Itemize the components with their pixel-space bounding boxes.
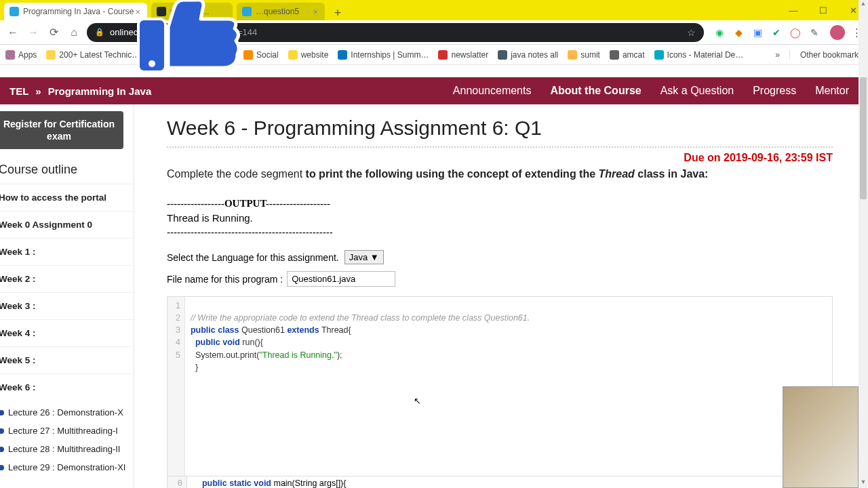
bookmark-item[interactable]: amcat xyxy=(610,50,645,60)
bookmark-item[interactable]: Internships | Summ… xyxy=(338,50,429,60)
nav-ask[interactable]: Ask a Question xyxy=(651,85,744,97)
page-title: Week 6 - Programming Assignment 6: Q1 xyxy=(167,117,833,140)
scroll-down-icon[interactable]: ▼ xyxy=(859,479,868,488)
profile-avatar[interactable] xyxy=(830,25,845,40)
sidebar-link-week3[interactable]: Week 3 : xyxy=(0,292,134,319)
close-tab-icon[interactable]: × xyxy=(311,7,319,17)
breadcrumb-sep: » xyxy=(35,85,41,97)
address-bar[interactable]: 🔒 onlinecours gassignment?name=144 ☆ xyxy=(87,23,704,42)
bullet-icon xyxy=(0,447,4,452)
sidebar-link-week0[interactable]: Week 0 Assignment 0 xyxy=(0,211,134,238)
nav-mentor[interactable]: Mentor xyxy=(806,85,859,97)
reload-button[interactable]: ⟳ xyxy=(46,25,61,40)
nav-progress[interactable]: Progress xyxy=(743,85,806,97)
language-label: Select the Language for this assignment. xyxy=(167,252,339,263)
nav-about[interactable]: About the Course xyxy=(540,85,650,97)
bookmark-star-icon[interactable]: ☆ xyxy=(687,27,696,38)
bookmark-item[interactable]: website xyxy=(288,50,329,60)
ext-icon[interactable]: ◉ xyxy=(713,26,726,39)
bookmark-item[interactable]: java notes all xyxy=(498,50,558,60)
sidebar-link-portal[interactable]: How to access the portal xyxy=(0,184,134,211)
back-button[interactable]: ← xyxy=(5,25,20,40)
bookmark-item[interactable]: 200+ Latest Technic… xyxy=(46,50,140,60)
filename-label: File name for this program : xyxy=(167,274,283,285)
lecture-link[interactable]: Lecture 29 : Demonstration-XI xyxy=(0,458,134,476)
bookmark-icon xyxy=(654,50,664,60)
new-tab-button[interactable]: + xyxy=(329,5,347,20)
lecture-link[interactable]: Lecture 27 : Multithreading-I xyxy=(0,422,134,440)
bookmark-item[interactable]: newslatter xyxy=(438,50,488,60)
course-name: Programming In Java xyxy=(48,85,152,97)
tab-favicon xyxy=(157,7,166,16)
bookmarks-overflow-icon[interactable]: » xyxy=(775,50,780,60)
sidebar-link-week4[interactable]: Week 4 : xyxy=(0,319,134,346)
lecture-link[interactable]: Lecture 26 : Demonstration-X xyxy=(0,403,134,422)
scroll-up-icon[interactable]: ▲ xyxy=(859,0,868,9)
apps-icon xyxy=(5,50,15,60)
site-logo-strip xyxy=(0,65,868,77)
breadcrumb: TEL » Programming In Java xyxy=(9,85,151,97)
line-gutter: 1 2 3 4 5 xyxy=(167,297,185,488)
page-body: Register for Certification exam Course o… xyxy=(0,104,868,488)
output-header: -----------------OUTPUT-----------------… xyxy=(167,198,833,209)
window-controls: — ☐ ✕ xyxy=(778,0,868,20)
sidebar-link-week6[interactable]: Week 6 : xyxy=(0,373,134,401)
other-bookmarks[interactable]: Other bookmarks xyxy=(789,50,863,60)
bookmark-item[interactable]: Social xyxy=(243,50,279,60)
home-button[interactable]: ⌂ xyxy=(66,25,81,40)
minimize-button[interactable]: — xyxy=(778,0,808,20)
apps-shortcut[interactable]: Apps xyxy=(5,50,37,60)
register-exam-button[interactable]: Register for Certification exam xyxy=(0,111,123,149)
ext-icon[interactable]: ▣ xyxy=(751,26,764,39)
bookmark-item[interactable]: Google xyxy=(195,50,234,60)
bookmark-icon xyxy=(568,50,577,60)
ext-icon[interactable]: ✔ xyxy=(770,26,783,39)
scrollbar-thumb[interactable] xyxy=(860,77,867,199)
filename-input[interactable] xyxy=(287,271,395,287)
webcam-overlay xyxy=(783,386,859,488)
mouse-cursor-icon: ↖ xyxy=(414,396,420,405)
bullet-icon xyxy=(0,465,4,470)
bookmark-icon xyxy=(288,50,298,60)
forward-button[interactable]: → xyxy=(26,25,41,40)
ext-icon[interactable]: ✎ xyxy=(808,26,821,39)
sidebar-link-week5[interactable]: Week 5 : xyxy=(0,346,134,373)
lecture-link[interactable]: Lecture 28 : Multithreading-II xyxy=(0,440,134,458)
url-host: onlinecours xyxy=(110,27,155,37)
due-date: Due on 2019-09-16, 23:59 IST xyxy=(167,152,833,164)
lock-icon: 🔒 xyxy=(95,28,104,37)
bookmark-item[interactable]: Icons - Material De… xyxy=(654,50,744,60)
code-editor[interactable]: 1 2 3 4 5 // Write the appropriate code … xyxy=(167,296,833,488)
extension-icons: ◉ ◆ ▣ ✔ ◯ ✎ xyxy=(709,26,825,39)
course-sidebar: Register for Certification exam Course o… xyxy=(0,104,134,488)
tab-favicon xyxy=(9,7,19,16)
maximize-button[interactable]: ☐ xyxy=(808,0,838,20)
course-outline-heading: Course outline xyxy=(0,156,134,184)
bullet-icon xyxy=(0,428,4,434)
expected-output: Thread is Running. xyxy=(167,212,833,224)
output-separator: ----------------------------------------… xyxy=(167,226,833,238)
bookmark-icon xyxy=(338,50,347,60)
bookmark-item[interactable]: sumit xyxy=(568,50,600,60)
sidebar-link-week2[interactable]: Week 2 : xyxy=(0,265,134,292)
language-select[interactable]: Java ▼ xyxy=(344,250,384,264)
sidebar-link-week1[interactable]: Week 1 : xyxy=(0,238,134,265)
close-tab-icon[interactable]: × xyxy=(134,7,142,17)
bookmark-icon xyxy=(46,50,56,60)
browser-tab-active[interactable]: Programming In Java - Course × xyxy=(4,3,147,20)
ext-icon[interactable]: ◆ xyxy=(732,26,745,39)
tab-title: nptel201… xyxy=(170,7,210,16)
url-path: gassignment?name=144 xyxy=(161,27,258,37)
browser-tab[interactable]: …question5 × xyxy=(237,3,325,20)
browser-tab[interactable]: nptel201… xyxy=(151,3,233,20)
tab-title: Programming In Java - Course xyxy=(23,7,134,16)
ext-icon[interactable]: ◯ xyxy=(789,26,802,39)
bookmark-item[interactable]: PIXEL xyxy=(149,50,185,60)
page-scrollbar[interactable]: ▲ ▼ xyxy=(859,0,868,488)
code-area[interactable]: // Write the appropriate code to extend … xyxy=(185,297,832,488)
bookmark-icon xyxy=(195,50,204,60)
window-tab-strip: Programming In Java - Course × nptel201…… xyxy=(0,0,868,20)
bookmarks-bar: Apps 200+ Latest Technic… PIXEL Google S… xyxy=(0,45,868,65)
nav-announcements[interactable]: Announcements xyxy=(443,85,541,97)
filename-row: File name for this program : xyxy=(167,271,833,287)
